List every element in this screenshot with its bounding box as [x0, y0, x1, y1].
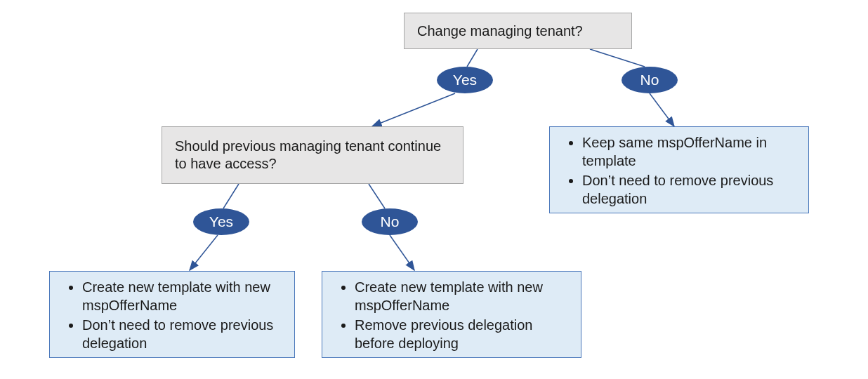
label-yes-1: Yes — [437, 67, 493, 93]
svg-line-4 — [223, 184, 239, 208]
pill-text: Yes — [453, 72, 477, 88]
pill-text: No — [640, 72, 659, 88]
outcome-yes-no: Create new template with new mspOfferNam… — [322, 271, 581, 358]
pill-text: Yes — [209, 213, 233, 230]
label-yes-2: Yes — [193, 208, 249, 235]
outcome-yes-yes: Create new template with new mspOfferNam… — [49, 271, 295, 358]
outcome-bullet: Don’t need to remove previous delegation — [582, 171, 797, 208]
svg-line-5 — [190, 235, 218, 270]
outcome-bullet: Create new template with new mspOfferNam… — [82, 277, 283, 315]
decision-change-managing-tenant: Change managing tenant? — [404, 13, 632, 49]
label-no-1: No — [622, 67, 678, 93]
svg-line-6 — [369, 184, 385, 208]
outcome-bullet: Don’t need to remove previous delegation — [82, 315, 283, 353]
decision-text: Change managing tenant? — [417, 22, 583, 40]
svg-line-7 — [390, 235, 414, 270]
outcome-list: Create new template with new mspOfferNam… — [329, 277, 570, 353]
decision-text: Should previous managing tenant continue… — [175, 138, 450, 173]
outcome-bullet: Keep same mspOfferName in template — [582, 133, 797, 171]
outcome-list: Create new template with new mspOfferNam… — [57, 277, 283, 353]
outcome-no: Keep same mspOfferName in template Don’t… — [549, 126, 809, 213]
svg-line-3 — [650, 93, 674, 126]
outcome-bullet: Create new template with new mspOfferNam… — [355, 277, 570, 315]
svg-line-2 — [590, 49, 645, 67]
svg-line-0 — [467, 49, 478, 67]
pill-text: No — [381, 213, 400, 230]
label-no-2: No — [362, 208, 418, 235]
svg-line-1 — [372, 93, 455, 126]
outcome-bullet: Remove previous delegation before deploy… — [355, 315, 570, 353]
outcome-list: Keep same mspOfferName in template Don’t… — [557, 133, 797, 208]
decision-previous-tenant-access: Should previous managing tenant continue… — [162, 126, 463, 184]
